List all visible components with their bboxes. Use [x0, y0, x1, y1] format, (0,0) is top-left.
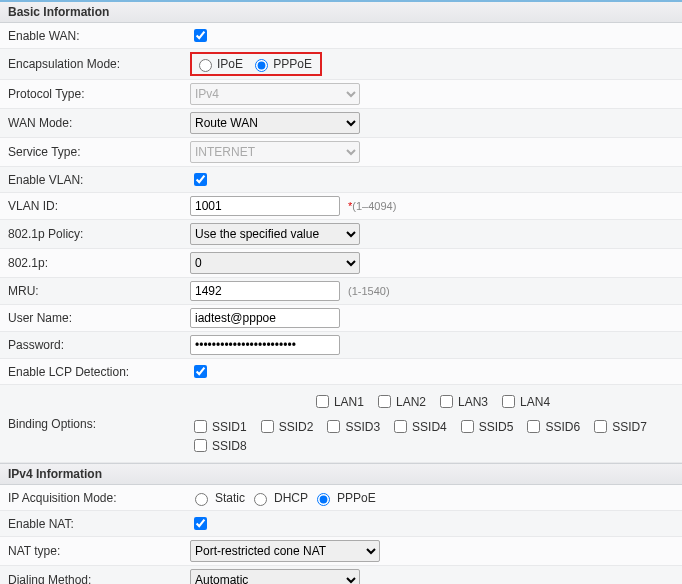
row-wan-mode: WAN Mode: Route WAN — [0, 109, 682, 138]
row-dot1p: 802.1p: 0 — [0, 249, 682, 278]
label-ssid5: SSID5 — [479, 420, 514, 434]
radio-pppoe[interactable] — [255, 59, 268, 72]
label-wan-mode: WAN Mode: — [0, 116, 190, 130]
label-ip-acq: IP Acquisition Mode: — [0, 491, 190, 505]
hint-vlan-id: *(1–4094) — [348, 200, 396, 212]
row-dot1p-policy: 802.1p Policy: Use the specified value — [0, 220, 682, 249]
input-vlan-id[interactable] — [190, 196, 340, 216]
row-username: User Name: — [0, 305, 682, 332]
label-ssid3: SSID3 — [345, 420, 380, 434]
hint-mru: (1-1540) — [348, 285, 390, 297]
label-dot1p-policy: 802.1p Policy: — [0, 227, 190, 241]
encapsulation-highlight: IPoE PPPoE — [190, 52, 322, 76]
select-dot1p[interactable]: 0 — [190, 252, 360, 274]
label-ssid7: SSID7 — [612, 420, 647, 434]
row-nat-type: NAT type: Port-restricted cone NAT — [0, 537, 682, 566]
checkbox-ssid3[interactable] — [327, 420, 340, 433]
label-encapsulation: Encapsulation Mode: — [0, 57, 190, 71]
checkbox-ssid6[interactable] — [527, 420, 540, 433]
checkbox-lan1[interactable] — [316, 395, 329, 408]
radio-static[interactable] — [195, 493, 208, 506]
label-enable-wan: Enable WAN: — [0, 29, 190, 43]
label-lan4: LAN4 — [520, 395, 550, 409]
label-ssid1: SSID1 — [212, 420, 247, 434]
label-protocol: Protocol Type: — [0, 87, 190, 101]
select-dot1p-policy[interactable]: Use the specified value — [190, 223, 360, 245]
label-dialing: Dialing Method: — [0, 573, 190, 584]
label-lcp: Enable LCP Detection: — [0, 365, 190, 379]
label-enable-nat: Enable NAT: — [0, 517, 190, 531]
row-enable-nat: Enable NAT: — [0, 511, 682, 537]
label-enable-vlan: Enable VLAN: — [0, 173, 190, 187]
row-ip-acq: IP Acquisition Mode: Static DHCP PPPoE — [0, 485, 682, 511]
row-enable-vlan: Enable VLAN: — [0, 167, 682, 193]
section-header-basic: Basic Information — [0, 0, 682, 23]
checkbox-ssid4[interactable] — [394, 420, 407, 433]
section-header-ipv4: IPv4 Information — [0, 463, 682, 485]
label-lan2: LAN2 — [396, 395, 426, 409]
row-enable-wan: Enable WAN: — [0, 23, 682, 49]
label-nat-type: NAT type: — [0, 544, 190, 558]
label-ssid4: SSID4 — [412, 420, 447, 434]
label-service-type: Service Type: — [0, 145, 190, 159]
radio-dhcp-label: DHCP — [274, 491, 308, 505]
radio-dhcp[interactable] — [254, 493, 267, 506]
label-ssid2: SSID2 — [279, 420, 314, 434]
checkbox-lan3[interactable] — [440, 395, 453, 408]
label-binding: Binding Options: — [0, 417, 190, 431]
radio-ipoe-label: IPoE — [217, 57, 243, 71]
checkbox-lan4[interactable] — [502, 395, 515, 408]
checkbox-enable-vlan[interactable] — [194, 173, 207, 186]
radio-pppoe-label: PPPoE — [273, 57, 312, 71]
label-mru: MRU: — [0, 284, 190, 298]
checkbox-lan2[interactable] — [378, 395, 391, 408]
label-username: User Name: — [0, 311, 190, 325]
input-username[interactable] — [190, 308, 340, 328]
label-ssid6: SSID6 — [545, 420, 580, 434]
select-nat-type[interactable]: Port-restricted cone NAT — [190, 540, 380, 562]
row-dialing: Dialing Method: Automatic — [0, 566, 682, 584]
row-binding: Binding Options: LAN1 LAN2 LAN3 LAN4 SSI… — [0, 385, 682, 463]
checkbox-enable-wan[interactable] — [194, 29, 207, 42]
radio-ip-pppoe[interactable] — [317, 493, 330, 506]
row-mru: MRU: (1-1540) — [0, 278, 682, 305]
checkbox-ssid5[interactable] — [461, 420, 474, 433]
radio-ip-pppoe-label: PPPoE — [337, 491, 376, 505]
checkbox-lcp[interactable] — [194, 365, 207, 378]
select-wan-mode[interactable]: Route WAN — [190, 112, 360, 134]
select-dialing[interactable]: Automatic — [190, 569, 360, 584]
radio-static-label: Static — [215, 491, 245, 505]
binding-ssid-line: SSID1 SSID2 SSID3 SSID4 SSID5 SSID6 SSID… — [190, 417, 682, 455]
label-ssid8: SSID8 — [212, 439, 247, 453]
checkbox-ssid7[interactable] — [594, 420, 607, 433]
checkbox-enable-nat[interactable] — [194, 517, 207, 530]
input-password[interactable] — [190, 335, 340, 355]
radio-ipoe[interactable] — [199, 59, 212, 72]
label-dot1p: 802.1p: — [0, 256, 190, 270]
select-protocol: IPv4 — [190, 83, 360, 105]
label-password: Password: — [0, 338, 190, 352]
checkbox-ssid2[interactable] — [261, 420, 274, 433]
row-encapsulation: Encapsulation Mode: IPoE PPPoE — [0, 49, 682, 80]
checkbox-ssid1[interactable] — [194, 420, 207, 433]
label-lan3: LAN3 — [458, 395, 488, 409]
select-service-type: INTERNET — [190, 141, 360, 163]
checkbox-ssid8[interactable] — [194, 439, 207, 452]
row-service-type: Service Type: INTERNET — [0, 138, 682, 167]
input-mru[interactable] — [190, 281, 340, 301]
row-lcp: Enable LCP Detection: — [0, 359, 682, 385]
binding-lan-line: LAN1 LAN2 LAN3 LAN4 — [312, 392, 560, 411]
label-lan1: LAN1 — [334, 395, 364, 409]
row-protocol: Protocol Type: IPv4 — [0, 80, 682, 109]
row-password: Password: — [0, 332, 682, 359]
label-vlan-id: VLAN ID: — [0, 199, 190, 213]
row-vlan-id: VLAN ID: *(1–4094) — [0, 193, 682, 220]
